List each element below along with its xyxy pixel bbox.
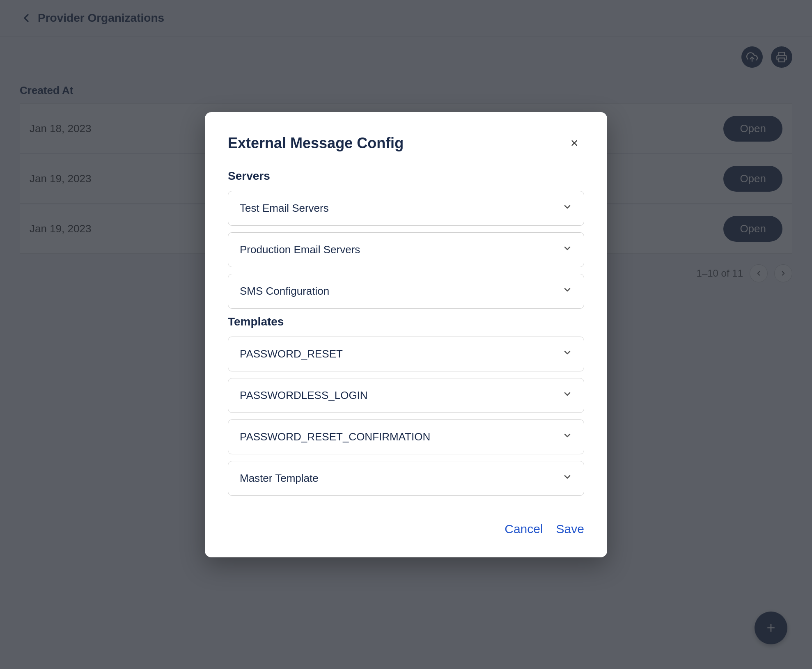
templates-section: Templates PASSWORD_RESET PASSWORDLESS_LO… — [228, 315, 584, 496]
chevron-down-icon — [562, 472, 572, 484]
master-template-accordion[interactable]: Master Template — [228, 461, 584, 496]
close-modal-button[interactable]: × — [564, 133, 584, 153]
chevron-down-icon — [562, 431, 572, 443]
passwordless-login-accordion[interactable]: PASSWORDLESS_LOGIN — [228, 378, 584, 413]
templates-section-label: Templates — [228, 315, 584, 328]
servers-section-label: Servers — [228, 170, 584, 183]
sms-configuration-accordion[interactable]: SMS Configuration — [228, 274, 584, 309]
chevron-down-icon — [562, 243, 572, 256]
external-message-config-modal: External Message Config × Servers Test E… — [205, 112, 607, 557]
password-reset-confirmation-label: PASSWORD_RESET_CONFIRMATION — [240, 431, 430, 443]
chevron-down-icon — [562, 389, 572, 401]
cancel-button[interactable]: Cancel — [505, 522, 543, 536]
modal-header: External Message Config × — [228, 133, 584, 153]
production-email-servers-accordion[interactable]: Production Email Servers — [228, 232, 584, 267]
password-reset-label: PASSWORD_RESET — [240, 348, 343, 360]
test-email-servers-accordion[interactable]: Test Email Servers — [228, 191, 584, 226]
chevron-down-icon — [562, 202, 572, 214]
chevron-down-icon — [562, 348, 572, 360]
modal-title: External Message Config — [228, 135, 404, 152]
save-button[interactable]: Save — [556, 522, 584, 536]
master-template-label: Master Template — [240, 472, 319, 485]
password-reset-accordion[interactable]: PASSWORD_RESET — [228, 337, 584, 371]
production-email-servers-label: Production Email Servers — [240, 243, 360, 256]
password-reset-confirmation-accordion[interactable]: PASSWORD_RESET_CONFIRMATION — [228, 419, 584, 454]
sms-configuration-label: SMS Configuration — [240, 285, 329, 298]
test-email-servers-label: Test Email Servers — [240, 202, 329, 215]
modal-footer: Cancel Save — [228, 512, 584, 536]
passwordless-login-label: PASSWORDLESS_LOGIN — [240, 389, 368, 402]
modal-overlay: External Message Config × Servers Test E… — [0, 0, 812, 669]
chevron-down-icon — [562, 285, 572, 297]
